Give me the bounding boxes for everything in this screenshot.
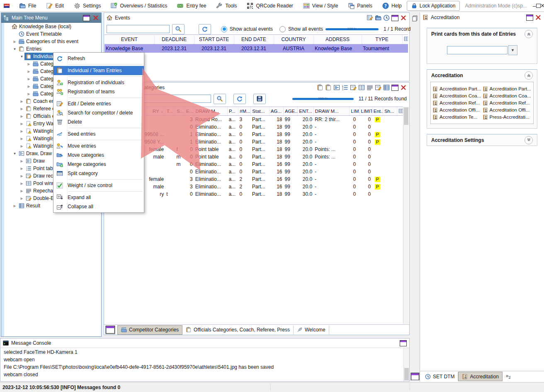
minimize-button[interactable]: – (533, 2, 536, 9)
panel-window-button[interactable] (391, 85, 398, 91)
categories-table-row[interactable]: female3Eliminatio...a...2Part...169920.0… (104, 175, 404, 183)
menu-panels[interactable]: Panels (343, 0, 377, 12)
categories-table-row[interactable]: 99508 Y...1Eliminatio...a...0Part...1899… (104, 138, 404, 146)
categories-column-header-12[interactable]: LIM... (350, 107, 359, 116)
tree-expander-icon[interactable]: ▶ (26, 62, 32, 66)
draw-record-view-icon[interactable] (350, 84, 357, 91)
tree-expander-icon[interactable]: ▼ (12, 47, 17, 51)
tree-expander-icon[interactable]: ▶ (12, 204, 17, 208)
double-elimination-view-icon[interactable] (375, 84, 381, 91)
accreditation-button-accreditation-ref[interactable]: Accreditation Ref... (483, 100, 532, 106)
categories-table-row[interactable]: 199508 ...1Eliminatio...a...0Part...1899… (104, 131, 404, 138)
menu-qrcode-reader[interactable]: QRCode Reader (242, 0, 298, 12)
accreditation-button-accreditation-offi[interactable]: Accreditation Offi... (483, 107, 532, 113)
tree-expander-icon[interactable]: ▶ (19, 159, 24, 163)
categories-table-row[interactable]: ryt0Eliminatio...a...0Part...189930.0-00 (104, 190, 404, 198)
accreditation-button-press-accreditati[interactable]: Press-Accreditati... (483, 114, 532, 120)
tab-welcome[interactable]: Welcome (294, 326, 329, 334)
accreditation-button-accreditation-te[interactable]: Accreditation Te... (432, 114, 482, 120)
print-date-input[interactable] (447, 46, 508, 54)
tree-expander-icon[interactable]: ▶ (12, 40, 17, 44)
categories-table-row[interactable]: 0Eliminatio...a...0Part...169920.0-00 (104, 168, 404, 175)
events-column-header-event[interactable]: EVENT (104, 35, 154, 44)
events-column-header-start-date[interactable]: START DATE (194, 35, 234, 44)
accreditation-button-accreditation-ref[interactable]: Accreditation Ref... (432, 100, 482, 106)
open-event-icon[interactable] (375, 15, 381, 21)
categories-column-header-13[interactable]: LIMIT... (359, 107, 372, 116)
tree-expander-icon[interactable]: ▶ (19, 182, 24, 185)
context-menu-item-edit-delete-entries[interactable]: Edit / Delete entries (53, 99, 144, 108)
categories-search-button[interactable] (214, 94, 226, 104)
events-column-header-country[interactable]: COUNTRY (274, 35, 313, 44)
strip-window-button[interactable] (410, 373, 420, 380)
tree-item-knowledge-base-local[interactable]: Knowledge Base (local) (4, 23, 101, 30)
panel-close-button[interactable] (535, 14, 542, 21)
menu-entry-fee[interactable]: Entry fee (172, 0, 211, 12)
tree-expander-icon[interactable]: ▶ (19, 129, 24, 133)
context-menu-item-registration-of-teams[interactable]: Registration of teams (53, 87, 144, 96)
context-menu-item-expand-all[interactable]: Expand all (53, 193, 144, 202)
tree-expander-icon[interactable]: ▶ (19, 122, 24, 126)
timetable-icon[interactable] (383, 15, 390, 21)
accreditation-button-accreditation-part[interactable]: Accreditation Part... (432, 85, 482, 92)
point-table-view-icon[interactable]: 123 (342, 84, 348, 91)
context-menu-item-merge-categories[interactable]: Merge categories (53, 160, 144, 169)
tab-competitor-categories[interactable]: Competitor Categories (117, 325, 182, 335)
collapse-section-button[interactable] (525, 71, 533, 80)
context-menu-item-seed-entries[interactable]: Seed entries (53, 129, 144, 139)
layers-icon[interactable] (412, 15, 418, 22)
categories-column-header-9[interactable]: AGE... (284, 107, 298, 116)
tree-expander-icon[interactable]: ▶ (19, 167, 24, 170)
panel-close-button[interactable] (400, 84, 407, 91)
context-menu-item-search-for-competitor-delete[interactable]: Search for competitor / delete (53, 108, 144, 117)
tree-expander-icon[interactable]: ▶ (19, 174, 24, 178)
categories-table-row[interactable]: femalef0Point tablea...0Part...189920.0P… (104, 146, 404, 153)
tree-expander-icon[interactable]: ▶ (19, 107, 24, 111)
accreditation-button-accreditation-coa[interactable]: Accreditation Coa... (483, 93, 532, 99)
tree-expander-icon[interactable]: ▶ (19, 137, 24, 141)
events-search-input[interactable] (107, 25, 170, 33)
expand-section-button[interactable] (525, 136, 533, 144)
context-menu-item-delete[interactable]: Delete (53, 117, 144, 127)
categories-table-row[interactable]: male3Eliminatio...a...2Part...169920.0-0… (104, 183, 404, 190)
tree-expander-icon[interactable]: ▼ (12, 152, 17, 156)
context-menu-item-refresh[interactable]: Refresh (53, 54, 144, 63)
edit-event-icon[interactable] (367, 15, 373, 21)
tree-expander-icon[interactable]: ▶ (26, 77, 32, 81)
accreditation-button-accreditation-coa[interactable]: Accreditation Coa... (432, 93, 482, 99)
context-menu-item-split-category[interactable]: Split category (53, 169, 144, 178)
events-column-header-address[interactable]: ADDRESS (313, 35, 362, 44)
panel-window-button[interactable] (391, 15, 398, 21)
context-menu-item-move-categories[interactable]: Move categories (53, 151, 144, 160)
events-column-header-deadline[interactable]: DEADLINE (154, 35, 194, 44)
pool-winner-view-icon[interactable] (358, 84, 365, 91)
tree-item-categories-of-this-event[interactable]: ▶Categories of this event (4, 38, 101, 45)
show-actual-events-radio[interactable] (221, 26, 227, 32)
maximize-button[interactable] (536, 2, 541, 9)
panel-close-button[interactable] (92, 15, 99, 21)
tree-expander-icon[interactable]: ▶ (26, 70, 32, 73)
tree-expander-icon[interactable]: ▶ (19, 197, 24, 200)
tabbar-window-button[interactable] (105, 326, 115, 334)
context-menu-item-individual-team-entries[interactable]: Individual / Team Entries (53, 66, 144, 75)
context-menu-item-registration-of-individuals[interactable]: Registration of individuals (53, 78, 144, 87)
menu-settings[interactable]: Settings (69, 0, 106, 12)
categories-table-row[interactable]: m0Eliminatio...a...0Part...169920.0-00 (104, 161, 404, 168)
categories-save-button[interactable] (253, 94, 266, 104)
close-button[interactable]: × (541, 2, 544, 10)
console-scrollbar[interactable] (403, 348, 409, 381)
team-entries-view-icon[interactable] (325, 84, 332, 91)
accreditation-button-accreditation-part[interactable]: Accreditation Part... (483, 85, 532, 92)
categories-table-row[interactable]: malem0Point tablea...0Part...189920.0Poi… (104, 153, 404, 161)
tree-expander-icon[interactable]: ▶ (19, 100, 24, 103)
right-tab-set-dtm[interactable]: SET DTM (422, 372, 458, 381)
menu-file[interactable]: File (14, 0, 41, 12)
categories-table-row[interactable]: 3Round Ro...a...3Part...189920.0RR: 2 th… (104, 116, 404, 124)
categories-column-header-10[interactable]: ENT... (298, 107, 313, 116)
categories-scrollbar[interactable] (403, 107, 409, 324)
categories-column-header-4[interactable]: DRAW M... (194, 107, 228, 116)
categories-column-header-11[interactable]: DRAW M... (313, 107, 350, 116)
panel-window-button[interactable] (526, 15, 533, 21)
menu-tools[interactable]: Tools (211, 0, 242, 12)
accreditation-button-accreditation-offi[interactable]: Accreditation Offi... (432, 107, 482, 113)
